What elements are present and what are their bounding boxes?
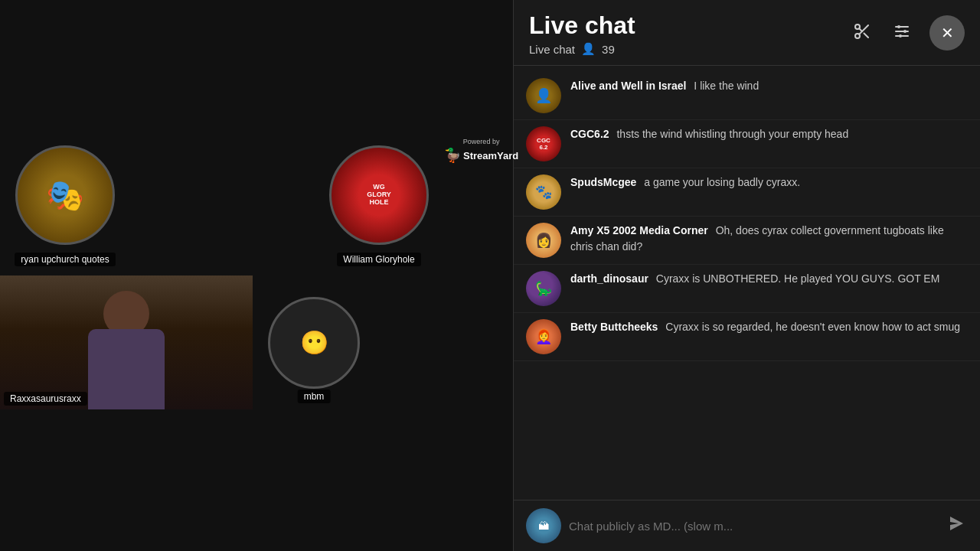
participant-william: WGGLORYHOLE William Gloryhole [329,145,429,245]
powered-by-text: Powered by [463,138,500,145]
participant-william-label: William Gloryhole [337,253,420,266]
chat-input-area: 🏔 [514,500,980,551]
streamyard-logo: 🦆 StreamYard [444,147,518,164]
username: SpudsMcgee [570,176,636,188]
sliders-button[interactable] [890,19,914,47]
svg-line-3 [864,33,868,37]
participant-mbm-label: mbm [298,390,331,403]
avatar: 👤 [526,78,561,113]
message-text: I like the wind [694,80,759,92]
viewer-icon: 👤 [581,42,596,56]
message-content: SpudsMcgee a game your losing badly cyra… [570,174,968,191]
video-area: Powered by 🦆 StreamYard 🎭 ryan upchurch … [0,0,513,551]
svg-marker-11 [950,517,963,530]
participant-raxx-video: Raxxasaurusraxx [0,276,253,409]
avatar: CGC6.2 [526,126,561,161]
chat-header-wrapper: Live chat Live chat 👤 39 [514,0,980,66]
message-content: darth_dinosaur Cyraxx is UNBOTHERED. He … [570,271,968,287]
svg-point-10 [899,34,902,37]
list-item: 🐾 SpudsMcgee a game your losing badly cy… [514,168,980,217]
message-content: Alive and Well in Israel I like the wind [570,78,968,94]
svg-point-9 [903,30,906,33]
message-text: Cyraxx is UNBOTHERED. He played YOU GUYS… [656,272,940,285]
list-item: CGC6.2 CGC6.2 thsts the wind whistling t… [514,120,980,168]
participant-ryan-label: ryan upchurch quotes [15,253,115,266]
chat-subtitle-text: Live chat [529,43,575,56]
avatar: 🦕 [526,271,561,306]
participant-mbm-avatar: 😶 [268,297,360,389]
participant-william-avatar: WGGLORYHOLE [329,145,429,245]
username: Amy X5 2002 Media Corner [570,224,708,236]
streamyard-bird-icon: 🦆 [444,147,461,164]
participant-ryan: 🎭 ryan upchurch quotes [15,145,115,245]
participant-raxx-label: Raxxasaurusraxx [4,392,87,406]
username: darth_dinosaur [570,272,648,285]
username: CGC6.2 [570,128,609,140]
list-item: 🦕 darth_dinosaur Cyraxx is UNBOTHERED. H… [514,265,980,313]
message-text: thsts the wind whistling through your em… [616,128,848,140]
send-button[interactable] [943,511,968,540]
list-item: 👤 Alive and Well in Israel I like the wi… [514,72,980,120]
username: Alive and Well in Israel [570,80,686,92]
chat-panel: Live chat Live chat 👤 39 [513,0,980,551]
avatar: 👩 [526,223,561,258]
viewer-count: 39 [602,43,615,56]
chat-input[interactable] [569,520,936,533]
message-text: Cyraxx is so regarded, he doesn't even k… [665,321,960,333]
input-avatar: 🏔 [526,508,561,543]
chat-messages: 👤 Alive and Well in Israel I like the wi… [514,66,980,500]
participant-mbm: 😶 mbm [253,276,375,409]
message-text: a game your losing badly cyraxx. [644,176,800,188]
message-content: Betty Buttcheeks Cyraxx is so regarded, … [570,319,968,335]
message-content: CGC6.2 thsts the wind whistling through … [570,126,968,142]
top-participants-row: 🎭 ryan upchurch quotes WGGLORYHOLE Willi… [15,145,429,245]
video-feed [0,276,253,409]
svg-point-8 [897,25,900,28]
streamyard-badge: Powered by 🦆 StreamYard [444,138,518,164]
close-button[interactable]: ✕ [929,15,965,51]
list-item: 👩‍🦰 Betty Buttcheeks Cyraxx is so regard… [514,313,980,361]
list-item: 👩 Amy X5 2002 Media Corner Oh, does cyra… [514,217,980,265]
participant-ryan-avatar: 🎭 [15,145,115,245]
avatar: 🐾 [526,174,561,210]
scissors-button[interactable] [850,19,874,47]
avatar: 👩‍🦰 [526,319,561,354]
message-content: Amy X5 2002 Media Corner Oh, does cyrax … [570,223,968,255]
header-icons: ✕ [850,15,965,51]
streamyard-text: StreamYard [463,150,518,161]
svg-line-4 [859,28,862,31]
close-icon: ✕ [941,24,954,42]
bottom-participants-row: Raxxasaurusraxx 😶 mbm [0,276,375,409]
username: Betty Buttcheeks [570,321,658,333]
